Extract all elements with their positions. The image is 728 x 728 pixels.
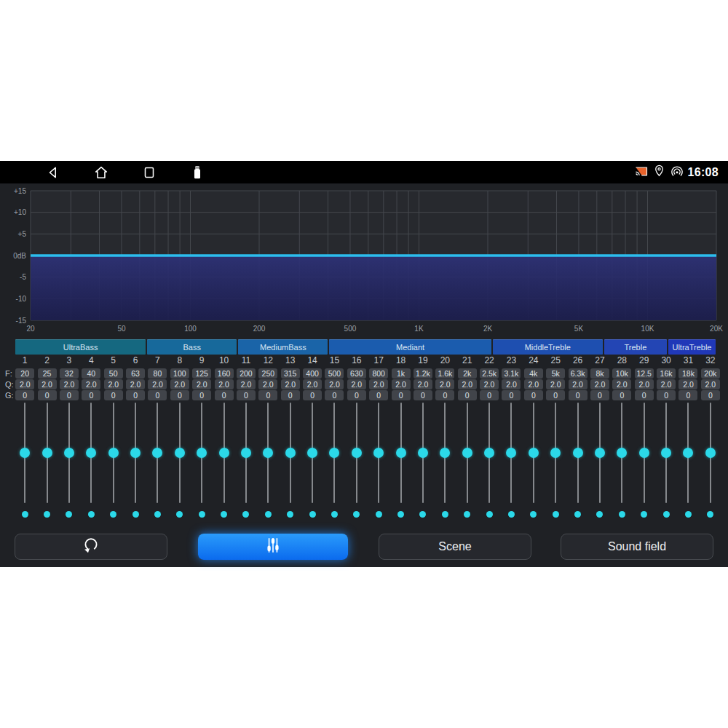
svg-text:0dB: 0dB [13,252,26,260]
gain-slider[interactable] [566,403,588,503]
gain-slider[interactable] [677,403,699,503]
slider-knob[interactable] [529,448,539,458]
gain-slider[interactable] [346,403,368,503]
gain-slider[interactable] [589,403,611,503]
slider-knob[interactable] [484,448,494,458]
slider-knob[interactable] [573,448,583,458]
slider-knob[interactable] [550,448,561,458]
channel-number: 21 [462,355,472,366]
q-value: 2.0 [192,379,211,389]
gain-slider[interactable] [280,403,301,503]
gain-slider[interactable] [323,403,345,503]
slider-knob[interactable] [661,448,671,458]
gain-slider[interactable] [412,403,434,503]
slider-knob[interactable] [175,448,185,458]
eq-channel-27: 278k2.00 [589,355,611,518]
slider-knob[interactable] [241,448,251,458]
slider-knob[interactable] [705,448,716,458]
slider-knob[interactable] [285,448,296,458]
slider-knob[interactable] [20,448,30,458]
channel-number: 24 [529,355,538,366]
gain-slider[interactable] [434,403,456,503]
slider-knob[interactable] [639,448,649,458]
eq-channel-14: 144002.00 [301,355,323,518]
gain-slider[interactable] [213,403,234,503]
eq-channel-19: 191.2k2.00 [412,355,434,518]
slider-knob[interactable] [373,448,384,458]
q-value: 2.0 [635,379,654,389]
slider-knob[interactable] [462,448,472,458]
gain-slider[interactable] [611,403,633,503]
gain-slider[interactable] [500,403,522,503]
gain-slider[interactable] [301,403,323,503]
recents-icon[interactable] [141,165,157,181]
gain-slider[interactable] [169,403,191,503]
gain-slider[interactable] [700,403,721,503]
slider-knob[interactable] [595,448,605,458]
gain-slider[interactable] [36,403,58,503]
gain-slider[interactable] [456,403,478,503]
eq-channel-23: 233.1k2.00 [500,355,522,518]
gain-slider[interactable] [523,403,545,503]
slider-knob[interactable] [263,448,273,458]
svg-text:-10: -10 [16,295,27,303]
gain-slider[interactable] [80,403,102,503]
gain-slider[interactable] [58,403,80,503]
gain-slider[interactable] [124,403,146,503]
back-icon[interactable] [45,165,61,181]
gain-slider[interactable] [103,403,124,503]
slider-knob[interactable] [64,448,74,458]
slider-knob[interactable] [307,448,317,458]
slider-knob[interactable] [329,448,339,458]
slider-knob[interactable] [86,448,96,458]
sound-field-button[interactable]: Sound field [561,534,713,560]
gain-slider[interactable] [368,403,389,503]
gain-slider[interactable] [257,403,279,503]
q-value: 2.0 [258,379,277,389]
slider-knob[interactable] [108,448,119,458]
channel-number: 17 [374,355,384,366]
gain-slider[interactable] [389,403,411,503]
reset-button[interactable] [15,534,167,560]
gain-slider[interactable] [633,403,655,503]
channel-indicator-dot [619,511,625,518]
channel-indicator-dot [486,511,493,518]
frequency-value: 50 [104,368,123,379]
frequency-value: 32 [60,368,79,379]
slider-knob[interactable] [352,448,362,458]
channel-number: 8 [177,355,182,366]
svg-text:-5: -5 [20,273,26,281]
slider-knob[interactable] [42,448,52,458]
frequency-value: 63 [126,368,145,379]
channel-number: 25 [551,355,561,366]
q-value: 2.0 [502,379,521,389]
channel-indicator-dot [464,511,470,518]
slider-knob[interactable] [130,448,141,458]
gain-slider[interactable] [478,403,500,503]
eq-channel-17: 178002.00 [368,355,389,518]
slider-knob[interactable] [418,448,428,458]
equalizer-button[interactable] [198,534,348,560]
gain-slider[interactable] [655,403,677,503]
slider-knob[interactable] [219,448,229,458]
q-value: 2.0 [590,379,609,389]
slider-knob[interactable] [152,448,162,458]
channel-indicator-dot [287,511,293,518]
usb-icon [189,165,205,181]
slider-knob[interactable] [396,448,406,458]
gain-slider[interactable] [235,403,257,503]
gain-slider[interactable] [146,403,168,503]
slider-knob[interactable] [440,448,450,458]
slider-knob[interactable] [197,448,207,458]
slider-knob[interactable] [617,448,627,458]
slider-knob[interactable] [506,448,516,458]
cast-icon [634,164,649,181]
home-icon[interactable] [93,165,109,181]
channel-indicator-dot [685,511,692,518]
gain-slider[interactable] [14,403,36,503]
channel-indicator-dot [242,511,249,518]
gain-slider[interactable] [545,403,566,503]
scene-button[interactable]: Scene [379,534,531,560]
slider-knob[interactable] [683,448,693,458]
gain-slider[interactable] [191,403,213,503]
